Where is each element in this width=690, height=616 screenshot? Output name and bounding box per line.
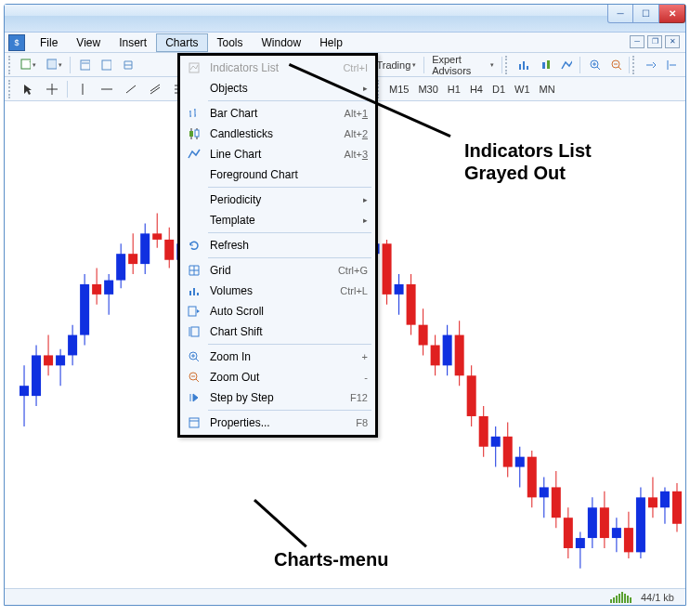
- menu-item-shortcut: Ctrl+G: [338, 265, 368, 276]
- autoscroll-icon: [184, 303, 204, 320]
- channel-icon: [148, 82, 163, 97]
- menu-item-label: Volumes: [210, 284, 340, 297]
- svg-rect-130: [612, 528, 621, 538]
- svg-rect-12: [547, 60, 550, 69]
- channel-button[interactable]: [143, 79, 167, 99]
- timeframe-w1[interactable]: W1: [510, 79, 535, 99]
- maximize-button[interactable]: ☐: [633, 5, 659, 23]
- bar-chart-icon: [184, 105, 204, 122]
- crosshair-button[interactable]: [40, 79, 64, 99]
- market-watch-button[interactable]: [73, 55, 95, 75]
- menu-item-refresh[interactable]: Refresh: [180, 235, 375, 256]
- indicator-candles-button[interactable]: [534, 55, 555, 75]
- svg-rect-48: [116, 254, 125, 280]
- profiles-button[interactable]: [41, 55, 67, 75]
- svg-rect-36: [44, 355, 53, 365]
- child-minimize-button[interactable]: ─: [630, 35, 644, 48]
- blank-icon: [184, 166, 204, 183]
- menu-item-zoom-in[interactable]: Zoom In+: [180, 347, 375, 367]
- indicator-bars-button[interactable]: [513, 55, 534, 75]
- svg-rect-156: [191, 327, 199, 336]
- timeframe-d1[interactable]: D1: [488, 79, 510, 99]
- timeframe-m15[interactable]: M15: [384, 79, 413, 99]
- volumes-icon: [184, 282, 204, 299]
- indicator-autoscroll-button[interactable]: [639, 55, 660, 75]
- child-restore-button[interactable]: ❐: [647, 35, 662, 48]
- menu-item-grid[interactable]: GridCtrl+G: [180, 260, 375, 281]
- menu-item-label: Grid: [210, 264, 338, 277]
- cursor-button[interactable]: [16, 79, 40, 99]
- data-window-button[interactable]: [95, 55, 116, 75]
- vline-button[interactable]: [71, 79, 95, 99]
- indicator-shift-button[interactable]: [660, 55, 682, 75]
- data-window-icon: [99, 58, 111, 72]
- svg-rect-165: [189, 418, 199, 427]
- connection-icon: [610, 592, 631, 603]
- navigator-button[interactable]: [116, 55, 137, 75]
- menu-item-properties[interactable]: Properties...F8: [180, 413, 375, 433]
- timeframe-mn[interactable]: MN: [535, 79, 560, 99]
- svg-rect-92: [383, 243, 392, 295]
- menu-window[interactable]: Window: [253, 33, 311, 52]
- blank-icon: [184, 80, 204, 97]
- indicator-line-button[interactable]: [555, 55, 577, 75]
- svg-rect-94: [395, 284, 404, 295]
- zoom-in-button[interactable]: [583, 55, 605, 75]
- profiles-icon: [46, 58, 57, 72]
- svg-rect-141: [189, 63, 199, 72]
- menu-item-chart-shift[interactable]: Chart Shift: [180, 321, 375, 342]
- minimize-button[interactable]: ─: [607, 5, 633, 23]
- menu-item-auto-scroll[interactable]: Auto Scroll: [180, 301, 375, 321]
- menu-item-template[interactable]: Template: [180, 210, 375, 230]
- svg-rect-118: [540, 487, 549, 497]
- menu-tools[interactable]: Tools: [208, 33, 253, 52]
- timeframe-h1[interactable]: H1: [443, 79, 465, 99]
- menu-help[interactable]: Help: [310, 33, 352, 52]
- menu-item-label: Periodicity: [210, 193, 363, 206]
- menu-item-shortcut: -: [364, 372, 368, 383]
- menu-item-step-by-step[interactable]: Step by StepF12: [180, 387, 375, 408]
- blank-icon: [184, 191, 204, 208]
- hline-icon: [99, 82, 114, 97]
- menu-item-shortcut: Ctrl+I: [343, 62, 368, 73]
- expert-advisors-button[interactable]: Expert Advisors: [427, 55, 499, 75]
- trendline-button[interactable]: [119, 79, 143, 99]
- expert-advisors-label: Expert Advisors: [432, 54, 488, 76]
- timeframe-h4[interactable]: H4: [465, 79, 488, 99]
- svg-rect-154: [197, 293, 199, 295]
- hline-button[interactable]: [95, 79, 119, 99]
- zoomout-icon: [184, 369, 204, 386]
- menu-file[interactable]: File: [31, 33, 67, 52]
- child-close-button[interactable]: ✕: [665, 35, 680, 48]
- menu-item-zoom-out[interactable]: Zoom Out-: [180, 367, 375, 387]
- menu-item-volumes[interactable]: VolumesCtrl+L: [180, 281, 375, 301]
- zoom-in-icon: [588, 58, 600, 72]
- menu-item-label: Auto Scroll: [210, 305, 368, 318]
- toolbar-grip: [8, 56, 13, 74]
- menu-insert[interactable]: Insert: [110, 33, 156, 52]
- indicators-icon: [184, 59, 204, 76]
- close-button[interactable]: ✕: [659, 5, 685, 23]
- menu-item-line-chart[interactable]: Line ChartAlt+3: [180, 144, 375, 164]
- chartshift-icon: [184, 323, 204, 340]
- new-chart-button[interactable]: +: [15, 55, 41, 75]
- menu-item-foreground-chart[interactable]: Foreground Chart: [180, 164, 375, 185]
- svg-rect-110: [491, 437, 501, 447]
- menu-charts[interactable]: Charts: [156, 33, 207, 52]
- menu-item-shortcut: +: [362, 351, 368, 362]
- menu-item-shortcut: Alt+3: [345, 149, 368, 160]
- traffic-label: 44/1 kb: [641, 592, 674, 603]
- svg-rect-120: [552, 487, 561, 518]
- menu-item-label: Zoom In: [210, 350, 362, 363]
- svg-rect-134: [636, 497, 645, 552]
- menu-view[interactable]: View: [67, 33, 110, 52]
- menu-item-bar-chart[interactable]: Bar ChartAlt+1: [180, 103, 375, 124]
- menu-item-periodicity[interactable]: Periodicity: [180, 190, 375, 210]
- timeframe-m30[interactable]: M30: [413, 79, 442, 99]
- svg-line-14: [597, 67, 600, 70]
- menu-item-shortcut: Ctrl+L: [340, 285, 368, 296]
- grid-icon: [184, 262, 204, 279]
- menu-item-candlesticks[interactable]: CandlesticksAlt+2: [180, 124, 375, 144]
- autoscroll-icon: [644, 58, 656, 72]
- zoom-out-button[interactable]: [605, 55, 626, 75]
